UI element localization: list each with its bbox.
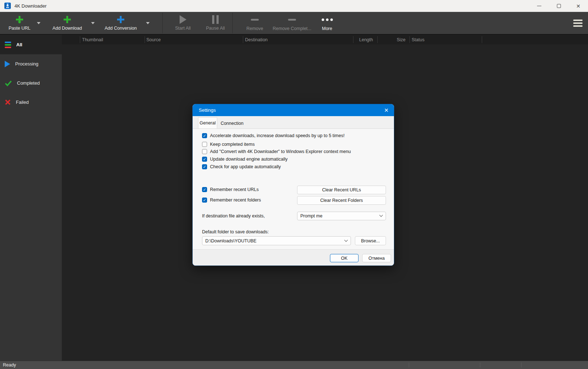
column-separator[interactable] xyxy=(409,36,410,43)
add-download-button[interactable]: Add Download xyxy=(48,12,86,34)
add-conversion-plus-icon xyxy=(116,15,125,24)
option-label: Remember recent folders xyxy=(210,198,261,203)
sidebar-failed-label: Failed xyxy=(16,99,29,105)
chevron-down-icon xyxy=(37,22,40,24)
toolbar: Paste URL Add Download Add Conversion St… xyxy=(0,12,588,35)
add-download-label: Add Download xyxy=(52,26,82,31)
maximize-icon xyxy=(557,4,561,8)
default-folder-value: D:\Downloads\YOUTUBE xyxy=(205,238,257,243)
remove-completed-label: Remove Complet... xyxy=(273,26,312,31)
maximize-button[interactable] xyxy=(549,0,568,12)
option-update-engine[interactable]: Update download engine automatically xyxy=(202,157,288,162)
ok-button[interactable]: OK xyxy=(330,254,359,262)
paste-url-dropdown[interactable] xyxy=(34,12,43,34)
default-folder-label: Default folder to save downloads: xyxy=(202,229,269,234)
column-size[interactable]: Size xyxy=(377,35,408,44)
sidebar-completed-label: Completed xyxy=(17,80,40,86)
statusbar-separator xyxy=(409,362,409,368)
column-thumbnail[interactable]: Thumbnail xyxy=(82,35,103,44)
status-bar: Ready xyxy=(0,361,588,369)
column-destination[interactable]: Destination xyxy=(245,35,268,44)
more-button[interactable]: More xyxy=(316,12,338,34)
window-title: 4K Downloader xyxy=(14,3,47,9)
checkbox[interactable] xyxy=(202,198,207,203)
option-remember-folders[interactable]: Remember recent folders xyxy=(202,198,261,203)
checkbox[interactable] xyxy=(202,133,207,138)
exists-value: Prompt me xyxy=(300,213,322,219)
chevron-down-icon xyxy=(146,22,150,24)
remove-completed-button[interactable]: Remove Complet... xyxy=(272,12,312,34)
paste-url-label: Paste URL xyxy=(9,26,30,31)
option-label: Accelerate downloads, increase download … xyxy=(210,133,344,138)
paste-url-button[interactable]: Paste URL xyxy=(3,12,36,34)
chevron-down-icon xyxy=(344,238,348,242)
remove-button[interactable]: Remove xyxy=(239,12,271,34)
checkbox[interactable] xyxy=(202,187,207,192)
add-download-dropdown[interactable] xyxy=(88,12,98,34)
minimize-icon xyxy=(537,6,541,6)
pause-all-label: Pause All xyxy=(206,26,225,31)
clear-recent-folders-button[interactable]: Clear Recent Folders xyxy=(297,196,386,205)
dialog-tabs: General Connection xyxy=(193,116,394,129)
option-accelerate[interactable]: Accelerate downloads, increase download … xyxy=(202,133,344,138)
column-status[interactable]: Status xyxy=(412,35,424,44)
sidebar-item-completed[interactable]: Completed xyxy=(0,73,62,93)
more-label: More xyxy=(322,26,332,31)
column-separator[interactable] xyxy=(80,36,80,43)
dialog-close-button[interactable]: ✕ xyxy=(379,104,394,116)
column-separator[interactable] xyxy=(145,36,145,43)
remove-icon xyxy=(251,19,259,21)
column-length[interactable]: Length xyxy=(353,35,375,44)
close-button[interactable]: ✕ xyxy=(568,0,588,12)
option-check-updates[interactable]: Check for app update automatically xyxy=(202,164,281,169)
add-conversion-label: Add Conversion xyxy=(105,26,137,31)
start-all-button[interactable]: Start All xyxy=(167,12,199,34)
checkbox[interactable] xyxy=(202,149,207,154)
clear-recent-urls-button[interactable]: Clear Recent URLs xyxy=(297,186,386,194)
menu-button[interactable] xyxy=(573,12,583,34)
more-icon xyxy=(322,18,333,21)
processing-icon xyxy=(5,61,10,67)
option-remember-urls[interactable]: Remember recent URLs xyxy=(202,187,259,192)
option-label: Check for app update automatically xyxy=(210,164,281,169)
all-filter-icon xyxy=(5,42,11,48)
column-separator[interactable] xyxy=(482,36,482,43)
minimize-button[interactable] xyxy=(529,0,549,12)
checkbox[interactable] xyxy=(202,157,207,162)
add-conversion-dropdown[interactable] xyxy=(143,12,153,34)
add-download-plus-icon xyxy=(63,15,72,24)
exists-dropdown[interactable]: Prompt me xyxy=(297,212,386,220)
tab-general[interactable]: General xyxy=(198,117,217,128)
toolbar-separator xyxy=(162,13,163,33)
cancel-button[interactable]: Отмена xyxy=(362,254,391,262)
option-label: Add "Convert with 4K Downloader" to Wind… xyxy=(210,149,351,154)
pause-all-button[interactable]: Pause All xyxy=(199,12,231,34)
checkbox[interactable] xyxy=(202,142,207,147)
option-keep-completed[interactable]: Keep completed items xyxy=(202,142,255,147)
exists-label: If destination file already exists, xyxy=(202,213,265,219)
browse-button[interactable]: Browse... xyxy=(355,236,386,245)
sidebar-item-all[interactable]: All xyxy=(0,35,62,54)
option-label: Keep completed items xyxy=(210,142,255,147)
tab-connection[interactable]: Connection xyxy=(217,118,247,128)
statusbar-separator xyxy=(521,362,522,368)
sidebar: Processing Completed Failed xyxy=(0,54,62,361)
failed-x-icon xyxy=(5,99,11,105)
add-conversion-button[interactable]: Add Conversion xyxy=(102,12,140,34)
column-source[interactable]: Source xyxy=(146,35,161,44)
chevron-down-icon xyxy=(379,213,383,217)
remove-completed-icon xyxy=(288,19,296,21)
sidebar-item-processing[interactable]: Processing xyxy=(0,54,62,73)
option-label: Remember recent URLs xyxy=(210,187,259,192)
dialog-titlebar: Settings ✕ xyxy=(193,104,394,116)
completed-check-icon xyxy=(5,80,12,86)
option-context-menu[interactable]: Add "Convert with 4K Downloader" to Wind… xyxy=(202,149,351,154)
close-icon: ✕ xyxy=(576,4,580,9)
hamburger-icon xyxy=(573,20,583,21)
checkbox[interactable] xyxy=(202,164,207,169)
sidebar-item-failed[interactable]: Failed xyxy=(0,93,62,112)
sidebar-processing-label: Processing xyxy=(15,61,38,67)
default-folder-combo[interactable]: D:\Downloads\YOUTUBE xyxy=(202,236,351,245)
play-icon xyxy=(180,15,186,24)
column-separator[interactable] xyxy=(243,36,243,43)
